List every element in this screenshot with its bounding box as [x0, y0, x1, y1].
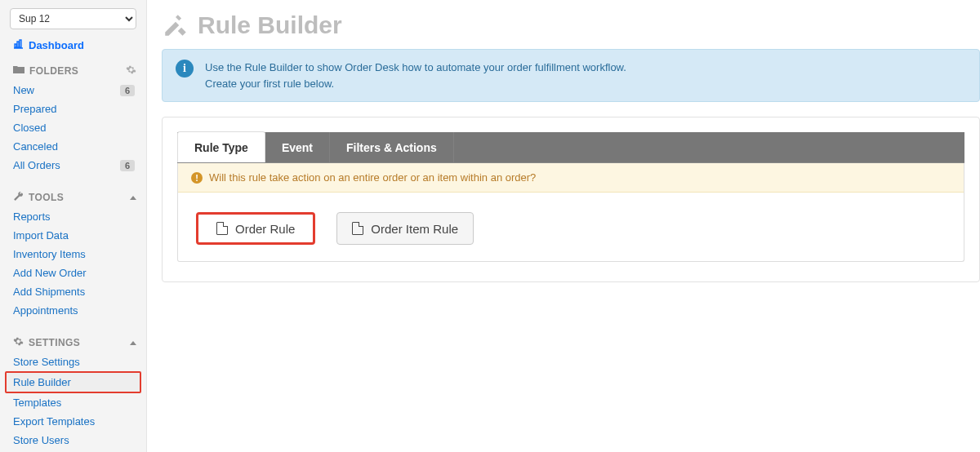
folder-badge: 6 [120, 85, 135, 96]
page-title-text: Rule Builder [198, 11, 342, 39]
notice-text: Will this rule take action on an entire … [209, 171, 536, 184]
tools-item-import-data[interactable]: Import Data [0, 226, 146, 245]
info-icon: i [176, 60, 194, 78]
tab-body: ! Will this rule take action on an entir… [177, 163, 964, 262]
folder-item-all-orders[interactable]: All Orders 6 [0, 156, 146, 175]
tab-event[interactable]: Event [265, 132, 330, 162]
collapse-icon [130, 196, 136, 200]
wrench-icon [13, 191, 24, 204]
main-content: Rule Builder i Use the Rule Builder to s… [147, 0, 980, 452]
collapse-icon [130, 341, 136, 345]
info-line2: Create your first rule below. [205, 76, 626, 92]
nav-item-label: Store Settings [13, 356, 80, 368]
folder-item-new[interactable]: New 6 [0, 81, 146, 100]
tools-item-inventory-items[interactable]: Inventory Items [0, 245, 146, 264]
info-alert: i Use the Rule Builder to show Order Des… [162, 49, 980, 102]
tools-item-appointments[interactable]: Appointments [0, 301, 146, 320]
folder-item-label: Closed [13, 122, 46, 134]
settings-item-export-templates[interactable]: Export Templates [0, 412, 146, 431]
document-icon [352, 222, 363, 235]
nav-item-label: Export Templates [13, 415, 95, 428]
gear-icon [13, 336, 24, 349]
order-item-rule-label: Order Item Rule [371, 222, 458, 236]
order-item-rule-button[interactable]: Order Item Rule [336, 212, 474, 245]
folder-item-label: New [13, 84, 34, 96]
settings-item-store-settings[interactable]: Store Settings [0, 352, 146, 371]
nav-dashboard-label: Dashboard [29, 39, 84, 51]
folder-item-prepared[interactable]: Prepared [0, 100, 146, 118]
nav-dashboard[interactable]: Dashboard [0, 36, 146, 60]
tab-bar: Rule Type Event Filters & Actions [177, 132, 964, 163]
info-line1: Use the Rule Builder to show Order Desk … [205, 60, 626, 76]
info-alert-message: Use the Rule Builder to show Order Desk … [205, 60, 626, 91]
rule-panel: Rule Type Event Filters & Actions ! Will… [162, 117, 980, 282]
tools-header[interactable]: TOOLS [0, 186, 146, 207]
settings-header[interactable]: SETTINGS [0, 331, 146, 352]
sidebar: Sup 12 Dashboard FOLDERS Ne [0, 0, 147, 452]
tools-icon [162, 11, 189, 39]
folder-item-label: Prepared [13, 103, 56, 115]
tools-item-add-shipments[interactable]: Add Shipments [0, 282, 146, 301]
document-icon [216, 222, 228, 235]
order-rule-label: Order Rule [235, 222, 295, 236]
notice-strip: ! Will this rule take action on an entir… [178, 163, 964, 193]
folders-header[interactable]: FOLDERS [0, 60, 146, 81]
gear-icon[interactable] [126, 64, 136, 78]
nav-item-label: Store Users [13, 434, 69, 446]
tools-item-reports[interactable]: Reports [0, 207, 146, 226]
nav-item-label: Reports [13, 210, 51, 223]
nav-item-label: Rule Builder [13, 376, 71, 388]
page-title: Rule Builder [162, 11, 980, 39]
tab-rule-type[interactable]: Rule Type [177, 131, 265, 162]
order-rule-button[interactable]: Order Rule [196, 212, 315, 245]
settings-header-label: SETTINGS [29, 337, 80, 348]
folder-item-label: Canceled [13, 140, 58, 153]
tab-filters-actions[interactable]: Filters & Actions [330, 132, 454, 162]
rule-type-buttons: Order Rule Order Item Rule [178, 193, 964, 245]
settings-item-rule-builder[interactable]: Rule Builder [5, 371, 141, 393]
folder-item-label: All Orders [13, 159, 60, 171]
chart-icon [13, 39, 24, 51]
folders-header-label: FOLDERS [29, 65, 78, 77]
warning-icon: ! [191, 172, 203, 184]
nav-item-label: Inventory Items [13, 248, 86, 260]
tools-header-label: TOOLS [29, 192, 64, 203]
store-select-dropdown[interactable]: Sup 12 [10, 8, 136, 29]
folder-badge: 6 [120, 160, 135, 171]
tools-item-add-new-order[interactable]: Add New Order [0, 264, 146, 282]
folder-item-closed[interactable]: Closed [0, 118, 146, 137]
folder-item-canceled[interactable]: Canceled [0, 137, 146, 156]
nav-item-label: Import Data [13, 229, 69, 242]
nav-item-label: Add New Order [13, 267, 87, 279]
settings-item-store-users[interactable]: Store Users [0, 431, 146, 450]
nav-item-label: Templates [13, 397, 61, 409]
nav-item-label: Appointments [13, 304, 78, 317]
store-selector: Sup 12 [10, 8, 136, 29]
settings-item-templates[interactable]: Templates [0, 393, 146, 412]
nav-item-label: Add Shipments [13, 286, 85, 298]
folder-icon [13, 65, 24, 77]
